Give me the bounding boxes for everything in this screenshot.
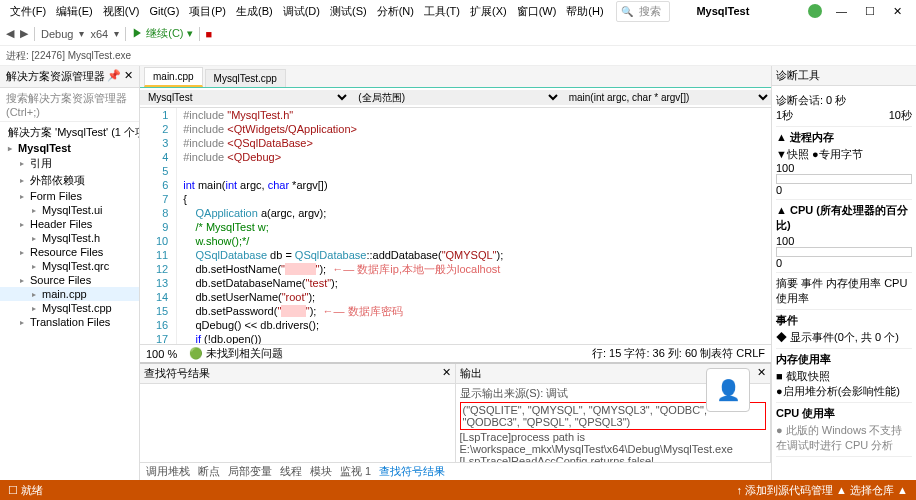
tree-item[interactable]: ▸Source Files [0, 273, 139, 287]
cursor-pos: 行: 15 字符: 36 列: 60 制表符 CRLF [592, 346, 765, 361]
menu-analyze[interactable]: 分析(N) [373, 2, 418, 21]
close-icon[interactable]: ✕ [757, 366, 766, 381]
tree-item[interactable]: ▸Translation Files [0, 315, 139, 329]
tree-item[interactable]: ▸MysqlTest.qrc [0, 259, 139, 273]
menu-file[interactable]: 文件(F) [6, 2, 50, 21]
output-panel: 输出✕ 显示输出来源(S): 调试 ("QSQLITE", "QMYSQL", … [456, 364, 772, 462]
platform-dropdown[interactable]: x64 [90, 28, 108, 40]
menu-test[interactable]: 测试(S) [326, 2, 371, 21]
nav-scope[interactable]: MysqlTest [140, 90, 350, 105]
find-symbol-panel: 查找符号结果✕ [140, 364, 456, 462]
tab-main-cpp[interactable]: main.cpp [144, 67, 203, 87]
output-line: [LspTrace]process path is E:\workspace_m… [460, 431, 767, 455]
stop-icon[interactable]: ■ [206, 28, 213, 40]
config-dropdown[interactable]: Debug [41, 28, 73, 40]
tree-item[interactable]: ▸main.cpp [0, 287, 139, 301]
search-input[interactable]: 🔍 搜索 [616, 1, 671, 22]
issues-badge[interactable]: 🟢 未找到相关问题 [189, 346, 283, 361]
solution-search[interactable]: 搜索解决方案资源管理器(Ctrl+;) [0, 88, 139, 122]
tree-item[interactable]: ▸MysqlTest.cpp [0, 301, 139, 315]
bottom-tab[interactable]: 调用堆栈 [146, 464, 190, 479]
status-pct: 100 % [146, 348, 177, 360]
pin-icon[interactable]: 📌 ✕ [107, 69, 133, 84]
signin-icon[interactable] [808, 4, 822, 18]
continue-button[interactable]: ▶ 继续(C) ▾ [132, 26, 192, 41]
bottom-tab[interactable]: 断点 [198, 464, 220, 479]
tree-item[interactable]: ▸Header Files [0, 217, 139, 231]
nav-mid[interactable]: (全局范围) [350, 90, 560, 105]
diagnostics-panel: 诊断工具 诊断会话: 0 秒 1秒10秒 ▲ 进程内存 ▼快照 ●专用字节 10… [771, 66, 916, 480]
bottom-tab[interactable]: 局部变量 [228, 464, 272, 479]
menu-project[interactable]: 项目(P) [185, 2, 230, 21]
menu-build[interactable]: 生成(B) [232, 2, 277, 21]
solution-explorer-title: 解决方案资源管理器 [6, 69, 105, 84]
solution-explorer: 解决方案资源管理器📌 ✕ 搜索解决方案资源管理器(Ctrl+;) 解决方案 'M… [0, 66, 140, 480]
menu-view[interactable]: 视图(V) [99, 2, 144, 21]
bottom-tab[interactable]: 线程 [280, 464, 302, 479]
tree-item[interactable]: ▸引用 [0, 155, 139, 172]
tree-item[interactable]: ▸MysqlTest.ui [0, 203, 139, 217]
tree-item[interactable]: ▸MysqlTest.h [0, 231, 139, 245]
menu-debug[interactable]: 调试(D) [279, 2, 324, 21]
menubar: 文件(F) 编辑(E) 视图(V) Git(G) 项目(P) 生成(B) 调试(… [0, 0, 916, 22]
bottom-tab[interactable]: 监视 1 [340, 464, 371, 479]
status-ready: ☐ 就绪 [8, 483, 43, 498]
bottom-tab[interactable]: 查找符号结果 [379, 464, 445, 479]
status-source-control[interactable]: ↑ 添加到源代码管理 ▲ 选择仓库 ▲ [737, 483, 909, 498]
back-icon[interactable]: ◀ [6, 27, 14, 40]
bottom-tab[interactable]: 模块 [310, 464, 332, 479]
menu-ext[interactable]: 扩展(X) [466, 2, 511, 21]
debug-bar: 进程: [22476] MysqlTest.exe [0, 46, 916, 66]
menu-help[interactable]: 帮助(H) [562, 2, 607, 21]
tree-item[interactable]: ▸外部依赖项 [0, 172, 139, 189]
bottom-tabs: 调用堆栈断点局部变量线程模块监视 1查找符号结果 [140, 462, 771, 480]
menu-tools[interactable]: 工具(T) [420, 2, 464, 21]
tree-item[interactable]: ▸Form Files [0, 189, 139, 203]
close-icon[interactable]: ✕ [442, 366, 451, 381]
tree-item[interactable]: ▸MysqlTest [0, 141, 139, 155]
output-line: [LspTrace]ReadAccConfig returns false! [460, 455, 767, 462]
status-bar: ☐ 就绪 ↑ 添加到源代码管理 ▲ 选择仓库 ▲ [0, 480, 916, 500]
minimize-icon[interactable]: — [832, 3, 851, 19]
code-editor[interactable]: 123456789101112131415161718192021222324 … [140, 108, 771, 344]
menu-edit[interactable]: 编辑(E) [52, 2, 97, 21]
toolbar: ◀ ▶ Debug▾ x64▾ ▶ 继续(C) ▾ ■ [0, 22, 916, 46]
nav-func[interactable]: main(int argc, char * argv[]) [561, 90, 771, 105]
file-tabs: main.cpp MysqlTest.cpp [140, 66, 771, 88]
maximize-icon[interactable]: ☐ [861, 3, 879, 20]
fwd-icon[interactable]: ▶ [20, 27, 28, 40]
window-title: MysqlTest [692, 3, 753, 19]
avatar-icon[interactable]: 👤 [706, 368, 750, 412]
diag-tabs[interactable]: 摘要 事件 内存使用率 CPU 使用率 [776, 273, 912, 310]
menu-git[interactable]: Git(G) [145, 3, 183, 19]
solution-root[interactable]: 解决方案 'MysqlTest' (1 个项目, 共 1 个) [0, 124, 139, 141]
menu-window[interactable]: 窗口(W) [513, 2, 561, 21]
close-icon[interactable]: ✕ [889, 3, 906, 20]
diag-session: 诊断会话: 0 秒 [776, 94, 846, 106]
tab-mysqltest-cpp[interactable]: MysqlTest.cpp [205, 69, 286, 87]
tree-item[interactable]: ▸Resource Files [0, 245, 139, 259]
